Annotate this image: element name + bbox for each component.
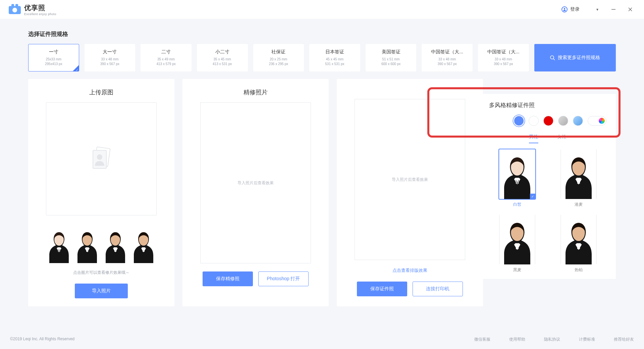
svg-rect-8 [11,4,14,7]
spec-size-mm: 35 x 49 mm [157,57,175,62]
spec-name: 美国签证 [382,49,400,55]
spec-size-mm: 33 x 48 mm [101,57,118,62]
copyright: ©2019 Leqi Inc. All Rights Reserved [10,337,74,342]
login-dropdown[interactable]: 登录 ▼ [561,6,599,12]
spec-name: 中国签证（大... [487,49,520,55]
panel-retouch: 精修照片 导入照片后查看效果 保存精修照 Photoshop 打开 [182,79,329,306]
login-label: 登录 [570,6,580,12]
style-item: 黑麦 [493,215,541,273]
gender-tabs: 男性 女性 [489,134,606,143]
svg-point-10 [564,8,565,9]
idphoto-placeholder: 导入照片后查看效果 [392,177,428,183]
thumbnail-row [46,226,157,263]
style-item: 港麦 [554,149,602,207]
spec-name: 日本签证 [325,49,344,55]
connect-printer-button[interactable]: 连接打印机 [413,282,463,296]
spec-card[interactable]: 日本签证45 x 45 mm531 x 531 px [309,44,360,71]
bg-color-option[interactable] [514,116,524,126]
caret-down-icon: ▼ [596,8,599,11]
spec-size-px: 390 x 567 px [100,62,119,66]
spec-size-mm: 35 x 45 mm [214,57,231,62]
bg-color-option[interactable] [529,116,539,126]
footer-link[interactable]: 推荐给好友 [614,337,634,342]
app-logo: 优享照 Excellent enjoy photo [8,3,56,16]
bg-color-option[interactable] [558,116,568,126]
panel-upload: 上传原图 点击图片可以查看修片效果哦～ 导入照片 [28,79,174,306]
spec-card[interactable]: 社保证20 x 25 mm236 x 295 px [253,44,304,71]
tab-male[interactable]: 男性 [529,134,538,143]
spec-card[interactable]: 一寸25x33 mm295x413 px [28,44,79,71]
spec-name: 中国签证（大... [431,49,463,55]
search-more-specs-button[interactable]: 搜索更多证件照规格 [534,44,616,71]
svg-rect-9 [15,4,18,7]
spec-size-px: 390 x 567 px [494,62,513,66]
thumbnail[interactable] [130,226,157,263]
upload-preview[interactable] [46,102,157,215]
footer-link[interactable]: 计费标准 [579,337,595,342]
spec-size-mm: 25x33 mm [46,57,61,62]
spec-name: 大一寸 [103,49,117,55]
user-icon [561,6,568,12]
footer-links: 微信客服使用帮助隐私协议计费标准推荐给好友 [474,337,634,342]
spec-size-px: 531 x 531 px [325,62,344,66]
footer-link[interactable]: 使用帮助 [509,337,525,342]
style-label: 黑麦 [513,267,521,273]
retouch-preview: 导入照片后查看效果 [200,102,311,263]
spec-size-mm: 45 x 45 mm [326,57,343,62]
app-name: 优享照 [24,3,56,12]
spec-card[interactable]: 小二寸35 x 45 mm413 x 531 px [197,44,248,71]
open-photoshop-button[interactable]: Photoshop 打开 [258,271,309,286]
section-title: 选择证件照规格 [28,30,616,38]
style-label: 港麦 [575,202,583,207]
spec-size-mm: 20 x 25 mm [270,57,287,62]
spec-name: 社保证 [271,49,285,55]
panel-upload-title: 上传原图 [89,88,113,96]
import-photo-button[interactable]: 导入照片 [75,284,128,298]
upload-hint: 点击图片可以查看修片效果哦～ [73,270,129,276]
view-layout-link[interactable]: 点击查看排版效果 [392,267,427,273]
thumbnail[interactable] [102,226,128,263]
spec-size-px: 413 x 579 px [156,62,175,66]
style-label: 热铂 [575,267,583,273]
svg-point-14 [550,56,554,59]
app-header: 优享照 Excellent enjoy photo 登录 ▼ [0,0,644,19]
bg-color-custom[interactable] [588,116,606,126]
footer-link[interactable]: 微信客服 [474,337,490,342]
spec-size-mm: 51 x 51 mm [382,57,399,62]
bg-color-option[interactable] [543,116,553,126]
close-button[interactable] [628,7,633,12]
spec-card[interactable]: 大一寸33 x 48 mm390 x 567 px [85,44,136,71]
thumbnail[interactable] [46,226,72,263]
svg-line-15 [553,59,555,60]
save-retouch-button[interactable]: 保存精修照 [203,271,253,286]
spec-card[interactable]: 二寸35 x 49 mm413 x 579 px [141,44,192,71]
style-thumbnail[interactable] [499,149,535,199]
spec-card[interactable]: 美国签证51 x 51 mm600 x 600 px [366,44,417,71]
panel-idphoto: 导入照片后查看效果 点击查看排版效果 保存证件照 连接打印机 [337,79,483,306]
minimize-button[interactable] [611,7,616,12]
idphoto-preview: 导入照片后查看效果 [355,99,465,260]
spec-card[interactable]: 中国签证（大...33 x 48 mm390 x 567 px [478,44,529,71]
style-item: 白皙 [493,149,541,207]
style-thumbnail[interactable] [560,149,597,199]
spec-card[interactable]: 中国签证（大...33 x 48 mm390 x 567 px [422,44,473,71]
tab-female[interactable]: 女性 [557,134,567,143]
search-icon [550,55,555,60]
footer-link[interactable]: 隐私协议 [544,337,560,342]
spec-size-mm: 33 x 48 mm [495,57,512,62]
style-thumbnail[interactable] [499,215,535,264]
style-panel-title: 多风格精修证件照 [489,101,606,109]
thumbnail[interactable] [74,226,100,263]
save-idphoto-button[interactable]: 保存证件照 [357,282,407,296]
panel-retouch-title: 精修照片 [244,88,268,96]
retouch-placeholder: 导入照片后查看效果 [237,180,274,186]
style-thumbnail[interactable] [560,215,597,264]
footer: ©2019 Leqi Inc. All Rights Reserved 微信客服… [0,337,644,342]
spec-name: 二寸 [161,49,171,55]
logo-icon [8,3,21,15]
spec-size-px: 413 x 531 px [213,62,232,66]
spec-list: 一寸25x33 mm295x413 px大一寸33 x 48 mm390 x 5… [28,44,616,71]
spec-size-px: 295x413 px [45,62,62,66]
bg-color-option[interactable] [573,116,583,126]
spec-size-mm: 33 x 48 mm [438,57,456,62]
